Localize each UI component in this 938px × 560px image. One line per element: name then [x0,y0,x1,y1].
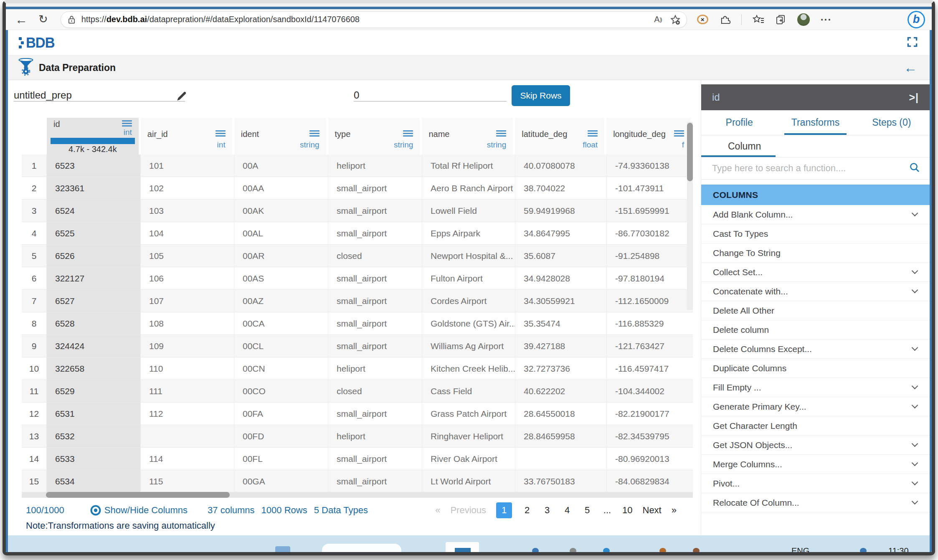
name-cell[interactable]: River Oak Airport [422,448,515,470]
function-item[interactable]: Concatenate with... [701,282,930,301]
name-cell[interactable]: Aero B Ranch Airport [422,177,515,199]
air-id-cell[interactable]: 103 [141,200,234,222]
back-arrow-icon[interactable]: ← [904,61,917,74]
longitude-cell[interactable]: -82.34539795 [607,425,693,447]
table-row[interactable]: 1 6523 101 00A heliport Total Rf Helipor… [22,155,693,177]
vertical-scrollbar-thumb[interactable] [687,123,693,181]
taskbar-icon[interactable] [693,548,700,552]
function-item[interactable]: Get Character Length [701,416,930,436]
type-cell[interactable]: small_airport [328,448,422,470]
grid-column-header[interactable]: latitude_deg float [515,118,604,155]
url-text[interactable]: https://dev.bdb.ai/dataprepration/#/data… [81,15,646,24]
column-menu-icon[interactable] [588,130,598,138]
id-cell[interactable]: 6524 [47,200,141,222]
type-cell[interactable]: closed [328,245,422,267]
column-subtab[interactable]: Column [701,135,930,157]
latitude-cell[interactable]: 33.76750183 [515,470,607,492]
table-row[interactable]: 3 6524 103 00AK small_airport Lowell Fie… [22,200,693,222]
favorites-bar-icon[interactable] [753,14,764,25]
function-item[interactable]: Change To String [701,243,930,263]
page-button[interactable]: 4 [562,505,572,516]
column-menu-icon[interactable] [674,130,684,138]
taskbar-clock[interactable]: 11:30 [888,546,909,552]
column-menu-icon[interactable] [496,130,506,138]
panel-tab[interactable]: Profile [701,110,777,135]
air-id-cell[interactable]: 107 [141,290,234,312]
name-cell[interactable]: Kitchen Creek Helib... [422,357,515,380]
table-row[interactable]: 11 6529 111 00CO closed Cass Field 40.62… [22,380,693,403]
previous-button[interactable]: Previous [450,505,486,516]
type-cell[interactable]: closed [328,380,422,402]
type-cell[interactable]: small_airport [328,177,422,199]
panel-tab[interactable]: Steps (0) [854,110,930,135]
table-row[interactable]: 12 6531 112 00FA small_airport Grass Pat… [22,403,693,425]
horizontal-scrollbar-thumb[interactable] [46,492,230,498]
air-id-cell[interactable]: 112 [141,403,234,425]
ident-cell[interactable]: 00FA [234,403,328,425]
name-cell[interactable]: Williams Ag Airport [422,335,515,357]
name-cell[interactable]: Fulton Airport [422,267,515,289]
longitude-cell[interactable]: -112.1650009 [607,290,693,312]
table-row[interactable]: 6 322127 106 00AS small_airport Fulton A… [22,267,693,290]
ident-cell[interactable]: 00GA [234,470,328,492]
prev-chevrons[interactable]: « [435,505,440,516]
longitude-cell[interactable]: -116.885329 [607,312,693,334]
id-cell[interactable]: 6523 [47,155,141,177]
name-cell[interactable]: Lt World Airport [422,470,515,492]
edit-pencil-icon[interactable] [175,90,188,104]
type-cell[interactable]: small_airport [328,290,422,312]
latitude-cell[interactable]: 38.704022 [515,177,607,199]
page-button[interactable]: 5 [582,505,592,516]
longitude-cell[interactable]: -97.8180194 [607,267,693,289]
ident-cell[interactable]: 00AZ [234,290,328,312]
name-cell[interactable]: Epps Airpark [422,222,515,244]
latitude-cell[interactable] [515,448,607,470]
taskbar-icon[interactable] [275,546,290,552]
ident-cell[interactable]: 00CO [234,380,328,402]
id-cell[interactable]: 323361 [47,177,141,199]
air-id-cell[interactable]: 106 [141,267,234,289]
table-row[interactable]: 4 6525 104 00AL small_airport Epps Airpa… [22,222,693,245]
skip-rows-input[interactable] [354,89,507,101]
longitude-cell[interactable]: -116.4597417 [607,357,693,380]
collapse-panel-icon[interactable]: >| [909,91,919,104]
function-item[interactable]: Duplicate Columns [701,359,930,378]
bing-icon[interactable]: b [908,11,925,28]
table-row[interactable]: 14 6533 114 00FL small_airport River Oak… [22,448,693,470]
id-cell[interactable]: 6533 [47,448,141,470]
function-item[interactable]: Generate Primary Key... [701,397,930,416]
type-cell[interactable]: heliport [328,357,422,380]
taskbar-icon[interactable] [532,548,539,552]
latitude-cell[interactable]: 28.84659958 [515,425,607,447]
air-id-cell[interactable]: 115 [141,470,234,492]
longitude-cell[interactable]: -104.344002 [607,380,693,402]
grid-column-header[interactable]: name string [422,118,513,155]
id-cell[interactable]: 6534 [47,470,141,492]
panel-tab[interactable]: Transforms [777,110,853,135]
latitude-cell[interactable]: 39.427188 [515,335,607,357]
next-chevrons[interactable]: » [672,505,677,516]
function-item[interactable]: Delete column [701,320,930,340]
id-cell[interactable]: 6525 [47,222,141,244]
air-id-cell[interactable]: 114 [141,448,234,470]
type-cell[interactable]: small_airport [328,222,422,244]
page-button[interactable]: ... [602,505,612,516]
ident-cell[interactable]: 00AR [234,245,328,267]
prep-name-input[interactable] [14,89,185,101]
name-cell[interactable]: Newport Hospital &... [422,245,515,267]
favorite-star-icon[interactable] [670,14,681,25]
ident-cell[interactable]: 00FD [234,425,328,447]
table-row[interactable]: 7 6527 107 00AZ small_airport Cordes Air… [22,290,693,312]
ident-cell[interactable]: 00AS [234,267,328,289]
skip-rows-button[interactable]: Skip Rows [512,85,570,106]
longitude-cell[interactable]: -91.254898 [607,245,693,267]
next-button[interactable]: Next [643,505,662,516]
name-cell[interactable]: Goldstone (GTS) Air... [422,312,515,334]
table-row[interactable]: 8 6528 108 00CA small_airport Goldstone … [22,312,693,335]
type-cell[interactable]: heliport [328,155,422,177]
id-cell[interactable]: 324424 [47,335,141,357]
column-menu-icon[interactable] [403,130,413,138]
table-row[interactable]: 13 6532 00FD heliport Ringhaver Heliport… [22,425,693,448]
taskbar-search-box[interactable] [322,544,401,552]
function-item[interactable]: Pivot... [701,474,930,493]
